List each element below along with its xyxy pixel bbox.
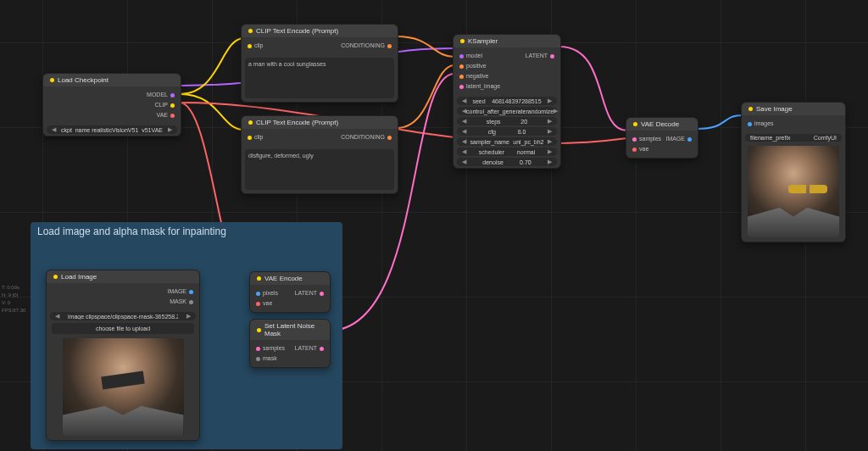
chevron-left-icon[interactable]: ◀ — [462, 148, 466, 155]
port-icon[interactable] — [459, 64, 464, 69]
chevron-right-icon[interactable]: ▶ — [548, 138, 552, 145]
chevron-left-icon[interactable]: ◀ — [52, 126, 56, 133]
in-positive: positive — [466, 61, 487, 71]
port-icon[interactable] — [256, 292, 260, 296]
node-vae-decode[interactable]: VAE Decode samplesIMAGE vae — [626, 117, 698, 159]
in-latent-image: latent_image — [466, 81, 500, 92]
port-icon[interactable] — [248, 136, 252, 140]
node-title: VAE Decode — [641, 120, 679, 128]
node-dot-icon — [633, 122, 637, 126]
node-ksampler[interactable]: KSampler modelLATENT positive negative l… — [453, 34, 561, 169]
widget-value: 8.0 — [518, 129, 526, 135]
node-load-image[interactable]: Load Image IMAGE MASK ◀ image clipspace/… — [46, 270, 200, 441]
widget-label: cfg — [488, 129, 496, 135]
in-clip: clip — [254, 41, 264, 51]
node-dot-icon — [748, 107, 753, 111]
stat-fps: FPS:87.30 — [2, 307, 25, 315]
chevron-left-icon[interactable]: ◀ — [462, 138, 466, 145]
in-clip: clip — [254, 132, 264, 142]
port-icon[interactable] — [550, 54, 554, 58]
port-icon[interactable] — [687, 137, 692, 142]
widget-value: ComfyUI — [814, 135, 837, 141]
seed-widget[interactable]: ◀seed468148397288515▶ — [457, 97, 557, 105]
out-latent: LATENT — [295, 343, 317, 354]
out-vae: VAE — [157, 110, 169, 120]
node-load-checkpoint[interactable]: Load Checkpoint MODEL CLIP VAE ◀ ckpt_na… — [42, 73, 181, 136]
port-icon[interactable] — [320, 292, 324, 296]
port-icon[interactable] — [189, 290, 193, 294]
node-clip-text-positive[interactable]: CLIP Text Encode (Prompt) clipCONDITIONI… — [241, 24, 398, 103]
port-icon[interactable] — [459, 75, 464, 79]
stat-time: T: 0.00s — [2, 284, 25, 292]
port-icon[interactable] — [248, 44, 252, 48]
node-title: Set Latent Noise Mask — [264, 322, 323, 337]
port-icon[interactable] — [748, 122, 752, 126]
scheduler-widget[interactable]: ◀schedulernormal▶ — [457, 148, 557, 156]
port-icon[interactable] — [170, 114, 175, 118]
ckpt-name-widget[interactable]: ◀ ckpt_name realisticVisionV51_v51VAE.sa… — [47, 125, 177, 134]
widget-value: clipspace/clipspace-mask-365258.29999995… — [86, 314, 178, 320]
chevron-right-icon[interactable]: ▶ — [168, 126, 172, 133]
port-icon[interactable] — [320, 347, 324, 351]
chevron-right-icon[interactable]: ▶ — [548, 97, 552, 104]
port-icon[interactable] — [459, 85, 464, 89]
in-negative: negative — [466, 71, 488, 81]
port-icon[interactable] — [256, 357, 260, 361]
port-icon[interactable] — [632, 148, 637, 152]
chevron-left-icon[interactable]: ◀ — [462, 128, 466, 135]
in-vae: vae — [639, 144, 648, 154]
node-save-image[interactable]: Save Image images filename_prefixComfyUI — [741, 102, 846, 242]
widget-value: uni_pc_bh2 — [513, 139, 543, 145]
node-clip-text-negative[interactable]: CLIP Text Encode (Prompt) clipCONDITIONI… — [241, 115, 398, 194]
group-title[interactable]: Load image and alpha mask for inpainting — [31, 222, 342, 241]
widget-label: scheduler — [479, 149, 504, 155]
denoise-widget[interactable]: ◀denoise0.70▶ — [457, 158, 557, 166]
chevron-left-icon[interactable]: ◀ — [55, 313, 59, 320]
in-vae: vae — [263, 298, 272, 309]
chevron-left-icon[interactable]: ◀ — [462, 159, 466, 165]
node-dot-icon — [460, 39, 465, 43]
port-icon[interactable] — [387, 136, 392, 140]
port-icon[interactable] — [387, 44, 392, 48]
stat-v: V: 0 — [2, 299, 25, 307]
in-mask: mask — [263, 354, 277, 364]
prompt-textbox[interactable]: disfigure, deformed, ugly — [245, 149, 394, 190]
in-images: images — [754, 119, 774, 129]
node-vae-encode[interactable]: VAE Encode pixelsLATENT vae — [249, 271, 331, 313]
widget-value: normal — [517, 149, 535, 155]
image-preview-masked — [63, 338, 184, 436]
chevron-right-icon[interactable]: ▶ — [548, 128, 552, 135]
upload-button[interactable]: choose file to upload — [52, 323, 194, 334]
port-icon[interactable] — [189, 300, 193, 304]
node-dot-icon — [257, 276, 261, 281]
port-icon[interactable] — [632, 137, 637, 142]
steps-widget[interactable]: ◀steps20▶ — [457, 117, 557, 125]
chevron-right-icon[interactable]: ▶ — [548, 159, 552, 165]
widget-label: filename_prefix — [750, 135, 790, 141]
port-icon[interactable] — [170, 93, 175, 97]
node-title: KSampler — [468, 37, 498, 45]
filename-prefix-widget[interactable]: filename_prefixComfyUI — [745, 134, 842, 142]
prompt-textbox[interactable]: a man with a cool sunglasses — [245, 58, 394, 98]
cfg-widget[interactable]: ◀cfg8.0▶ — [457, 127, 557, 136]
port-icon[interactable] — [256, 302, 260, 306]
node-title: Load Image — [61, 273, 97, 281]
chevron-right-icon[interactable]: ▶ — [186, 313, 191, 320]
chevron-right-icon[interactable]: ▶ — [548, 118, 552, 125]
node-set-latent-noise-mask[interactable]: Set Latent Noise Mask samplesLATENT mask — [249, 319, 331, 368]
chevron-left-icon[interactable]: ◀ — [462, 118, 466, 125]
chevron-right-icon[interactable]: ▶ — [548, 148, 552, 155]
node-title: CLIP Text Encode (Prompt) — [256, 27, 338, 35]
out-mask: MASK — [170, 297, 186, 307]
control-after-generate-widget[interactable]: ◀control_after_generaterandomize▶ — [457, 107, 557, 115]
port-icon[interactable] — [459, 54, 464, 58]
sampler-name-widget[interactable]: ◀sampler_nameuni_pc_bh2▶ — [457, 137, 557, 146]
port-icon[interactable] — [256, 347, 260, 351]
chevron-left-icon[interactable]: ◀ — [462, 97, 466, 104]
image-file-widget[interactable]: ◀ image clipspace/clipspace-mask-365258.… — [50, 312, 196, 320]
widget-value: 20 — [520, 119, 527, 125]
out-latent: LATENT — [295, 288, 317, 298]
chevron-right-icon[interactable]: ▶ — [554, 108, 558, 114]
port-icon[interactable] — [170, 103, 175, 108]
in-pixels: pixels — [263, 288, 278, 298]
